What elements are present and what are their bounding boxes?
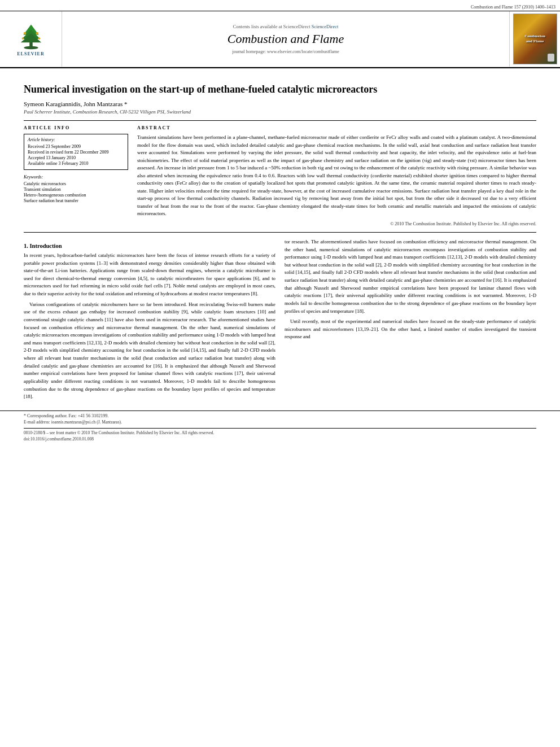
body-left-col: 1. Introduction In recent years, hydroca…: [24, 238, 275, 404]
journal-center: Contents lists available at ScienceDirec…: [62, 11, 509, 67]
affiliation: Paul Scherrer Institute, Combustion Rese…: [24, 109, 536, 115]
article-info-abstract: ARTICLE INFO Article history: Received 2…: [24, 120, 536, 226]
history-title: Article history:: [28, 137, 124, 142]
keyword-3: Hetero-/homogeneous combustion: [24, 193, 128, 198]
section-1-heading: 1. Introduction: [24, 243, 275, 249]
body-para-right-1: tor research. The aforementioned studies…: [285, 238, 536, 315]
journal-homepage: journal homepage: www.elsevier.com/locat…: [232, 49, 339, 54]
journal-cover-right: Combustion and Flame: [509, 11, 560, 67]
keyword-4: Surface radiation heat transfer: [24, 198, 128, 203]
copyright: © 2010 The Combustion Institute. Publish…: [137, 221, 536, 226]
svg-point-7: [21, 37, 24, 40]
abstract-col: ABSTRACT Transient simulations have been…: [137, 125, 536, 226]
svg-point-8: [38, 37, 40, 40]
section-divider: [24, 232, 536, 233]
svg-point-5: [23, 32, 26, 34]
svg-point-6: [36, 32, 38, 34]
body-right-text: tor research. The aforementioned studies…: [285, 238, 536, 341]
authors: Symeon Karagiannidis, John Mantzaras *: [24, 101, 536, 107]
article-meta-text: Combustion and Flame 157 (2010) 1400–141…: [471, 5, 555, 10]
abstract-text: Transient simulations have been performe…: [137, 134, 536, 218]
footnote-star: * Corresponding author. Fax: +41 56 3102…: [24, 413, 536, 418]
keywords-section: Keywords: Catalytic microreactors Transi…: [24, 174, 128, 203]
article-info-col: ARTICLE INFO Article history: Received 2…: [24, 125, 128, 226]
cover-title: Combustion and Flame: [522, 32, 548, 46]
received-date: Received 23 September 2009: [28, 144, 124, 149]
accepted-date: Accepted 13 January 2010: [28, 155, 124, 160]
body-right-col: tor research. The aforementioned studies…: [285, 238, 536, 404]
sciencedirect-text: Contents lists available at ScienceDirec…: [233, 24, 339, 29]
footnote-email: E-mail address: ioannis.mantzaras@psi.ch…: [24, 420, 536, 425]
elsevier-logo-container: ELSEVIER: [0, 11, 62, 67]
body-left-text: In recent years, hydrocarbon-fueled cata…: [24, 252, 275, 401]
footer-license-text: 0010-2180/$ – see front matter © 2010 Th…: [24, 430, 536, 435]
body-content: 1. Introduction In recent years, hydroca…: [24, 238, 536, 404]
body-para-1: In recent years, hydrocarbon-fueled cata…: [24, 252, 275, 298]
elsevier-wordmark: ELSEVIER: [17, 51, 44, 56]
sciencedirect-link[interactable]: ScienceDirect: [312, 24, 339, 29]
keywords-title: Keywords:: [24, 174, 128, 180]
footer-doi: doi:10.1016/j.combustflame.2010.01.008: [24, 436, 536, 442]
cover-lock-icon: [548, 54, 554, 62]
article-info-label: ARTICLE INFO: [24, 125, 128, 130]
body-para-2: Various configurations of catalytic micr…: [24, 301, 275, 401]
article-meta-bar: Combustion and Flame 157 (2010) 1400–141…: [0, 3, 560, 11]
elsevier-logo: ELSEVIER: [14, 22, 48, 56]
article-history: Article history: Received 23 September 2…: [24, 134, 128, 170]
body-para-right-2: Until recently, most of the experimental…: [285, 318, 536, 341]
cover-image: Combustion and Flame: [513, 14, 557, 64]
journal-header: Combustion and Flame 157 (2010) 1400–141…: [0, 0, 560, 68]
elsevier-tree-icon: [14, 22, 48, 50]
page-footer: * Corresponding author. Fax: +41 56 3102…: [0, 410, 560, 445]
keyword-1: Catalytic microreactors: [24, 181, 128, 186]
journal-title: Combustion and Flame: [228, 32, 344, 46]
revised-date: Received in revised form 22 December 200…: [28, 150, 124, 155]
available-date: Available online 3 February 2010: [28, 161, 124, 166]
footer-license-area: 0010-2180/$ – see front matter © 2010 Th…: [24, 428, 536, 442]
abstract-label: ABSTRACT: [137, 125, 536, 130]
article-title: Numerical investigation on the start-up …: [24, 83, 536, 96]
keyword-2: Transient simulation: [24, 187, 128, 192]
journal-header-top: ELSEVIER Contents lists available at Sci…: [0, 11, 560, 67]
main-content: Numerical investigation on the start-up …: [0, 68, 560, 410]
svg-point-1: [24, 46, 38, 49]
